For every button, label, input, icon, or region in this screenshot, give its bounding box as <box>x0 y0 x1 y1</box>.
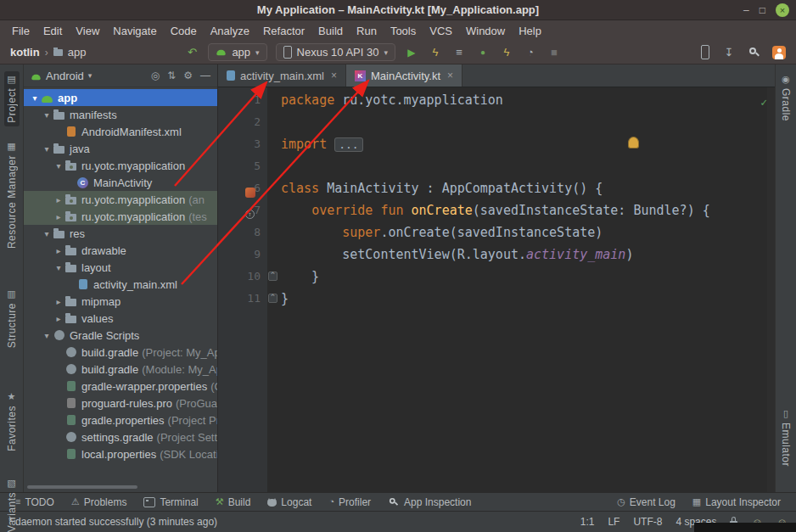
code-editor[interactable]: 1package ru.yotc.myapplication23import .… <box>218 87 775 492</box>
caret-position[interactable]: 1:1 <box>580 516 595 528</box>
menu-code[interactable]: Code <box>164 25 204 37</box>
tree-item-settings-gradle[interactable]: settings.gradle(Project Setti <box>24 428 217 445</box>
menu-navigate[interactable]: Navigate <box>106 25 163 37</box>
line-separator[interactable]: LF <box>608 516 619 528</box>
class-gutter-icon[interactable] <box>245 188 255 198</box>
toolwindow-app-inspection[interactable]: App Inspection <box>381 493 478 512</box>
chevron-expanded-icon[interactable]: ▾ <box>41 110 53 120</box>
toolwindow-profiler[interactable]: ◔Profiler <box>322 493 378 512</box>
chevron-expanded-icon[interactable]: ▾ <box>53 161 64 171</box>
menu-view[interactable]: View <box>69 25 106 37</box>
run-config-dropdown[interactable]: app ▾ <box>208 43 266 61</box>
run-button[interactable]: ▶ <box>404 47 419 59</box>
tree-item-layout[interactable]: ▾layout <box>24 259 217 276</box>
tree-item-mipmap[interactable]: ▸mipmap <box>24 293 217 310</box>
fold-end-icon[interactable]: ^ <box>268 272 277 281</box>
menu-file[interactable]: File <box>5 25 36 37</box>
editor-tab-mainactivity-kt[interactable]: KMainActivity.kt× <box>346 64 462 87</box>
menu-vcs[interactable]: VCS <box>423 25 459 37</box>
tool-tab-emulator[interactable]: ▯Emulator <box>778 406 793 470</box>
tool-tab-project[interactable]: ▤Project <box>4 71 20 126</box>
tool-tab-favorites[interactable]: ★Favorites <box>4 389 20 455</box>
close-tab-icon[interactable]: × <box>331 70 337 81</box>
tree-item-proguard-rules-pro[interactable]: proguard-rules.pro(ProGuar <box>24 395 217 412</box>
tool-tab-build-variants[interactable]: ▧Build Variants <box>4 475 20 532</box>
chevron-expanded-icon[interactable]: ▾ <box>41 144 53 154</box>
chevron-expanded-icon[interactable]: ▾ <box>41 229 53 238</box>
breadcrumb-module[interactable]: kotlin <box>10 46 40 59</box>
tree-item-build-gradle[interactable]: build.gradle(Module: My_Ap <box>24 361 217 378</box>
menu-analyze[interactable]: Analyze <box>204 25 256 37</box>
tree-item-gradle-wrapper-properties[interactable]: gradle-wrapper.properties(Gr <box>24 378 217 395</box>
device-dropdown[interactable]: Nexus 10 API 30 ▾ <box>276 43 395 61</box>
menu-refactor[interactable]: Refactor <box>256 25 311 37</box>
menu-run[interactable]: Run <box>350 25 384 37</box>
debug-button[interactable]: ● <box>475 48 490 57</box>
menu-edit[interactable]: Edit <box>36 25 69 37</box>
tree-item-gradle-scripts[interactable]: ▾Gradle Scripts <box>24 327 217 344</box>
run-tasks-icon[interactable]: ≡ <box>451 46 467 59</box>
chevron-collapsed-icon[interactable]: ▸ <box>53 246 64 255</box>
toolwindow-layout-inspector[interactable]: ▦Layout Inspector <box>686 493 788 512</box>
apply-code-changes-icon[interactable]: ϟ <box>499 46 514 59</box>
gear-icon[interactable]: ⚙ <box>183 70 193 81</box>
tree-item-values[interactable]: ▸values <box>24 310 217 327</box>
override-gutter-icon[interactable]: ↑ <box>245 210 255 219</box>
title-bar[interactable]: My Application – MainActivity.kt [My_App… <box>0 0 796 20</box>
toolwindow-event-log[interactable]: ◷Event Log <box>610 493 682 512</box>
chevron-collapsed-icon[interactable]: ▸ <box>53 297 64 306</box>
tree-item-mainactivity[interactable]: CMainActivity <box>24 174 217 191</box>
device-manager-icon[interactable] <box>701 45 709 59</box>
sync-project-icon[interactable]: ↶ <box>184 46 199 59</box>
project-view-selector[interactable]: Android <box>46 70 84 82</box>
collapse-all-icon[interactable]: ⇅ <box>167 70 176 81</box>
file-encoding[interactable]: UTF-8 <box>633 516 662 528</box>
chevron-expanded-icon[interactable]: ▾ <box>41 331 53 340</box>
hide-panel-icon[interactable]: — <box>200 70 210 81</box>
user-avatar[interactable] <box>772 46 786 59</box>
tree-item-drawable[interactable]: ▸drawable <box>24 242 217 259</box>
tree-item-gradle-properties[interactable]: gradle.properties(Project Pr <box>24 412 217 428</box>
chevron-collapsed-icon[interactable]: ▸ <box>53 314 64 323</box>
menu-tools[interactable]: Tools <box>384 25 423 37</box>
tree-item-build-gradle[interactable]: build.gradle(Project: My_Ap <box>24 344 217 361</box>
tree-item-ru-yotc-myapplication[interactable]: ▾ru.yotc.myapplication <box>24 157 217 174</box>
horizontal-scrollbar[interactable] <box>27 485 137 489</box>
menu-help[interactable]: Help <box>512 25 548 37</box>
chevron-expanded-icon[interactable]: ▾ <box>29 93 41 103</box>
tool-tab-resource-manager[interactable]: ▦Resource Manager <box>4 138 20 252</box>
tree-item-app[interactable]: ▾app <box>24 89 217 106</box>
tree-item-local-properties[interactable]: local.properties(SDK Locatio <box>24 445 217 462</box>
minimize-button[interactable]: – <box>743 5 749 15</box>
intention-bulb-icon[interactable] <box>628 137 639 148</box>
tree-item-ru-yotc-myapplication[interactable]: ▸ru.yotc.myapplication(tes <box>24 208 217 225</box>
stop-button[interactable]: ■ <box>547 46 562 59</box>
toolwindow-terminal[interactable]: Terminal <box>137 493 205 512</box>
close-tab-icon[interactable]: × <box>447 70 453 81</box>
sdk-manager-icon[interactable]: ↧ <box>721 46 737 59</box>
fold-end-icon[interactable]: ^ <box>268 294 277 303</box>
tree-item-activity-main-xml[interactable]: activity_main.xml <box>24 276 217 293</box>
restore-button[interactable]: □ <box>760 5 765 15</box>
tree-item-ru-yotc-myapplication[interactable]: ▸ru.yotc.myapplication(an <box>24 191 217 208</box>
search-everywhere-icon[interactable] <box>748 47 760 59</box>
toolwindow-logcat[interactable]: Logcat <box>261 493 318 512</box>
locate-file-icon[interactable]: ◎ <box>151 70 160 81</box>
toolwindow-problems[interactable]: ⚠Problems <box>64 493 134 512</box>
editor-scrollbar[interactable] <box>767 87 775 492</box>
menu-window[interactable]: Window <box>459 25 512 37</box>
tool-tab-gradle[interactable]: ◉Gradle <box>778 71 793 125</box>
chevron-collapsed-icon[interactable]: ▸ <box>53 212 64 221</box>
breadcrumb-app[interactable]: app <box>68 46 87 59</box>
tree-item-res[interactable]: ▾res <box>24 225 217 242</box>
chevron-collapsed-icon[interactable]: ▸ <box>53 195 64 204</box>
chevron-expanded-icon[interactable]: ▾ <box>53 263 64 272</box>
tree-item-java[interactable]: ▾java <box>24 140 217 157</box>
editor-tab-activity-main-xml[interactable]: activity_main.xml× <box>218 64 346 87</box>
tool-tab-structure[interactable]: ▥Structure <box>4 286 20 351</box>
menu-build[interactable]: Build <box>311 25 350 37</box>
profile-button[interactable]: ◔ <box>523 46 538 59</box>
close-button[interactable]: × <box>776 3 789 17</box>
apply-changes-icon[interactable]: ϟ <box>428 46 443 59</box>
toolwindow-build[interactable]: ⚒Build <box>209 493 258 512</box>
